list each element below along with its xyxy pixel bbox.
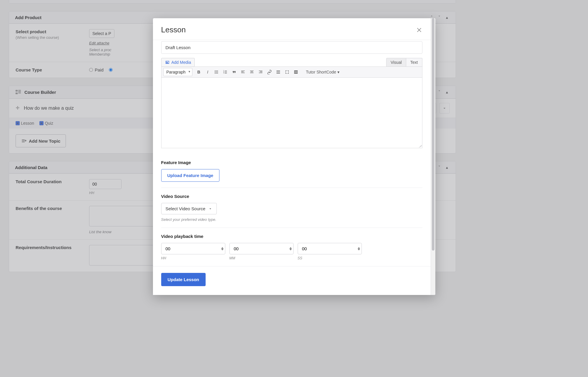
spinner-icon[interactable] bbox=[221, 247, 224, 250]
svg-rect-21 bbox=[251, 72, 253, 72]
align-right-icon[interactable] bbox=[256, 68, 265, 76]
svg-rect-24 bbox=[260, 72, 262, 72]
align-center-icon[interactable] bbox=[248, 68, 256, 76]
align-left-icon[interactable] bbox=[239, 68, 247, 76]
spinner-icon[interactable] bbox=[289, 247, 292, 250]
svg-rect-10 bbox=[216, 73, 218, 73]
playback-mm-input[interactable] bbox=[229, 243, 294, 254]
tutor-shortcode-dropdown[interactable]: Tutor ShortCode ▾ bbox=[304, 69, 342, 76]
video-source-select[interactable]: Select Video Source bbox=[161, 203, 217, 214]
svg-rect-16 bbox=[225, 73, 227, 73]
svg-rect-17 bbox=[241, 71, 245, 71]
svg-rect-23 bbox=[259, 71, 262, 71]
read-more-icon[interactable] bbox=[274, 68, 282, 76]
feature-image-label: Feature Image bbox=[161, 160, 422, 165]
mm-label: MM bbox=[229, 256, 294, 260]
tab-text[interactable]: Text bbox=[406, 58, 422, 67]
modal-title: Lesson bbox=[161, 25, 186, 34]
italic-icon[interactable]: I bbox=[204, 68, 212, 76]
editor-content[interactable] bbox=[161, 78, 422, 148]
update-lesson-button[interactable]: Update Lesson bbox=[161, 273, 206, 286]
lesson-title-input[interactable] bbox=[161, 41, 422, 54]
modal-scrollbar[interactable] bbox=[431, 18, 435, 295]
close-icon[interactable] bbox=[416, 27, 422, 33]
svg-point-5 bbox=[215, 71, 216, 71]
ss-label: SS bbox=[298, 256, 362, 260]
playback-time-label: Video playback time bbox=[161, 234, 422, 239]
svg-point-9 bbox=[215, 73, 216, 74]
svg-rect-6 bbox=[216, 71, 218, 71]
fullscreen-icon[interactable] bbox=[283, 68, 291, 76]
playback-hh-input[interactable] bbox=[161, 243, 225, 254]
svg-rect-26 bbox=[276, 71, 280, 71]
bullet-list-icon[interactable] bbox=[212, 68, 221, 76]
upload-feature-image-button[interactable]: Upload Feature Image bbox=[161, 169, 220, 182]
svg-rect-8 bbox=[216, 72, 218, 72]
svg-rect-30 bbox=[294, 72, 295, 73]
toolbar-toggle-icon[interactable] bbox=[292, 68, 300, 76]
editor-toolbar: Paragraph B I 123 Tutor ShortCode ▾ bbox=[161, 66, 422, 78]
svg-rect-25 bbox=[259, 73, 262, 73]
svg-rect-20 bbox=[250, 71, 254, 71]
svg-rect-27 bbox=[276, 72, 280, 72]
video-source-hint: Select your preferred video type. bbox=[161, 217, 422, 222]
svg-rect-12 bbox=[225, 71, 227, 71]
svg-rect-22 bbox=[250, 73, 254, 73]
quote-icon[interactable] bbox=[230, 68, 238, 76]
add-media-button[interactable]: Add Media bbox=[161, 58, 195, 67]
svg-rect-29 bbox=[294, 71, 298, 71]
bold-icon[interactable]: B bbox=[195, 68, 203, 76]
svg-rect-19 bbox=[241, 73, 245, 73]
playback-ss-input[interactable] bbox=[298, 243, 362, 254]
spinner-icon[interactable] bbox=[358, 247, 360, 250]
svg-rect-18 bbox=[241, 72, 244, 72]
resize-handle-icon[interactable] bbox=[418, 144, 422, 147]
svg-rect-33 bbox=[294, 73, 298, 74]
svg-rect-14 bbox=[225, 72, 227, 72]
svg-point-7 bbox=[215, 72, 216, 73]
lesson-modal: Lesson Add Media Visual Text bbox=[153, 18, 435, 295]
link-icon[interactable] bbox=[265, 68, 274, 76]
scrollbar-thumb[interactable] bbox=[432, 18, 434, 251]
hh-label: HH bbox=[161, 256, 225, 260]
svg-rect-28 bbox=[276, 73, 280, 74]
svg-text:3: 3 bbox=[223, 72, 224, 74]
numbered-list-icon[interactable]: 123 bbox=[221, 68, 229, 76]
svg-rect-32 bbox=[297, 72, 298, 73]
modal-overlay: Lesson Add Media Visual Text bbox=[0, 0, 588, 377]
paragraph-select[interactable]: Paragraph bbox=[163, 68, 192, 76]
tab-visual[interactable]: Visual bbox=[386, 58, 406, 67]
video-source-label: Video Source bbox=[161, 194, 422, 199]
svg-rect-31 bbox=[296, 72, 297, 73]
